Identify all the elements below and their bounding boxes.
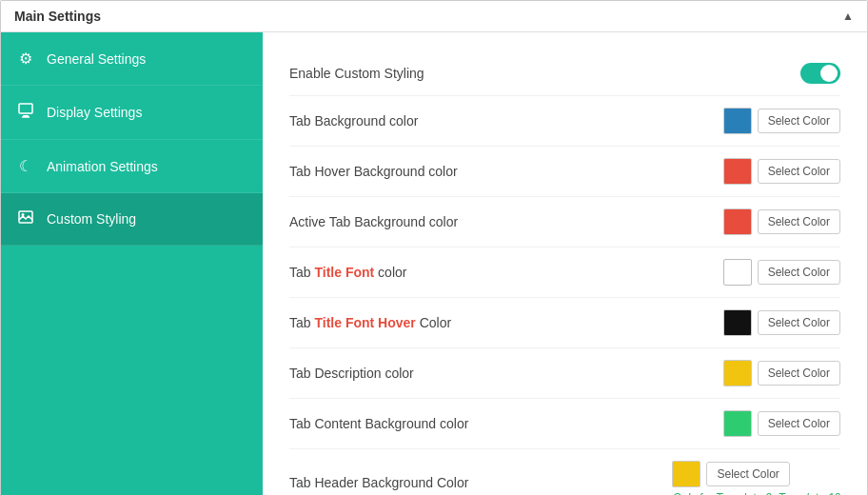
setting-control-tab-title-font-color: Select Color: [723, 259, 840, 286]
collapse-icon[interactable]: ▲: [842, 10, 854, 23]
sidebar-item-label: General Settings: [47, 51, 146, 67]
setting-control-tab-background-color: Select Color: [723, 108, 840, 134]
toggle-enable-custom-styling[interactable]: [800, 63, 840, 84]
highlight-title2: Title: [314, 315, 342, 330]
color-swatch-tab-content-background[interactable]: [723, 410, 752, 437]
header-bg-row: Select Color: [672, 461, 840, 487]
main-content: Enable Custom Styling Tab Background col…: [263, 32, 867, 495]
setting-label-tab-hover-background-color: Tab Hover Background color: [289, 164, 723, 179]
color-swatch-tab-header-background[interactable]: [672, 461, 700, 487]
sidebar-item-animation-settings[interactable]: ☾ Animation Settings: [1, 140, 263, 193]
panel-header: Main Settings ▲: [1, 1, 867, 32]
setting-row-tab-hover-background-color: Tab Hover Background color Select Color: [289, 147, 840, 197]
svg-rect-0: [19, 104, 32, 113]
color-swatch-tab-title-font-hover[interactable]: [723, 309, 752, 336]
setting-label-tab-title-font-hover-color: Tab Title Font Hover Color: [289, 315, 723, 330]
highlight-hover: Hover: [378, 315, 416, 330]
color-swatch-tab-background[interactable]: [723, 108, 752, 134]
color-swatch-tab-hover-background[interactable]: [723, 158, 752, 185]
display-icon: [16, 103, 35, 122]
gear-icon: ⚙: [16, 50, 35, 68]
color-swatch-active-tab-background[interactable]: [723, 208, 752, 235]
only-for-template-note: Only for Template 2, Template 10: [672, 491, 840, 495]
setting-label-tab-content-background-color: Tab Content Background color: [289, 416, 723, 431]
setting-control-tab-description-color: Select Color: [723, 360, 840, 386]
setting-row-tab-content-background-color: Tab Content Background color Select Colo…: [289, 399, 840, 449]
setting-label-tab-background-color: Tab Background color: [289, 113, 723, 129]
select-color-btn-tab-title-font-hover[interactable]: Select Color: [758, 310, 840, 335]
select-color-btn-tab-content-background[interactable]: Select Color: [758, 411, 840, 436]
select-color-btn-tab-description[interactable]: Select Color: [758, 361, 840, 386]
setting-label-active-tab-background-color: Active Tab Background color: [289, 214, 723, 229]
setting-control-tab-hover-background-color: Select Color: [723, 158, 840, 185]
panel-title: Main Settings: [14, 9, 101, 24]
setting-row-tab-header-background-color: Tab Header Background Color Select Color…: [289, 449, 840, 495]
color-swatch-tab-title-font[interactable]: [723, 259, 752, 286]
color-swatch-tab-description[interactable]: [723, 360, 752, 386]
sidebar-item-display-settings[interactable]: Display Settings: [1, 86, 263, 140]
setting-control-active-tab-background-color: Select Color: [723, 208, 840, 235]
sidebar-item-label: Display Settings: [47, 105, 142, 120]
highlight-font: Font: [345, 265, 374, 280]
select-color-btn-active-tab-background[interactable]: Select Color: [758, 209, 840, 234]
setting-row-enable-custom-styling: Enable Custom Styling: [289, 51, 840, 96]
setting-label-tab-title-font-color: Tab Title Font color: [289, 265, 723, 280]
select-color-btn-tab-header-background[interactable]: Select Color: [706, 462, 789, 486]
setting-row-tab-title-font-hover-color: Tab Title Font Hover Color Select Color: [289, 298, 840, 348]
setting-control-tab-title-font-hover-color: Select Color: [723, 309, 840, 336]
panel-body: ⚙ General Settings Display Settings ☾ An…: [1, 32, 867, 495]
setting-control-enable: [800, 63, 840, 84]
setting-row-active-tab-background-color: Active Tab Background color Select Color: [289, 197, 840, 248]
setting-label-tab-description-color: Tab Description color: [289, 366, 723, 381]
sidebar-item-label: Custom Styling: [47, 211, 136, 227]
setting-row-tab-title-font-color: Tab Title Font color Select Color: [289, 248, 840, 298]
select-color-btn-tab-title-font[interactable]: Select Color: [758, 260, 840, 285]
image-icon: [16, 210, 35, 228]
main-panel: Main Settings ▲ ⚙ General Settings Displ…: [0, 0, 868, 495]
moon-icon: ☾: [16, 157, 35, 175]
setting-row-tab-background-color: Tab Background color Select Color: [289, 96, 840, 147]
highlight-title: Title: [314, 265, 342, 280]
select-color-btn-tab-hover-background[interactable]: Select Color: [758, 159, 840, 184]
sidebar-item-general-settings[interactable]: ⚙ General Settings: [1, 32, 263, 86]
header-bg-group: Select Color Only for Template 2, Templa…: [672, 461, 840, 495]
sidebar-item-label: Animation Settings: [47, 159, 158, 174]
highlight-font2: Font: [345, 315, 374, 330]
sidebar-item-custom-styling[interactable]: Custom Styling: [1, 193, 263, 246]
setting-row-tab-description-color: Tab Description color Select Color: [289, 348, 840, 399]
setting-label-enable-custom-styling: Enable Custom Styling: [289, 66, 800, 81]
setting-label-tab-header-background-color: Tab Header Background Color: [289, 475, 672, 490]
sidebar: ⚙ General Settings Display Settings ☾ An…: [1, 32, 263, 495]
select-color-btn-tab-background[interactable]: Select Color: [758, 109, 840, 133]
setting-control-tab-content-background-color: Select Color: [723, 410, 840, 437]
